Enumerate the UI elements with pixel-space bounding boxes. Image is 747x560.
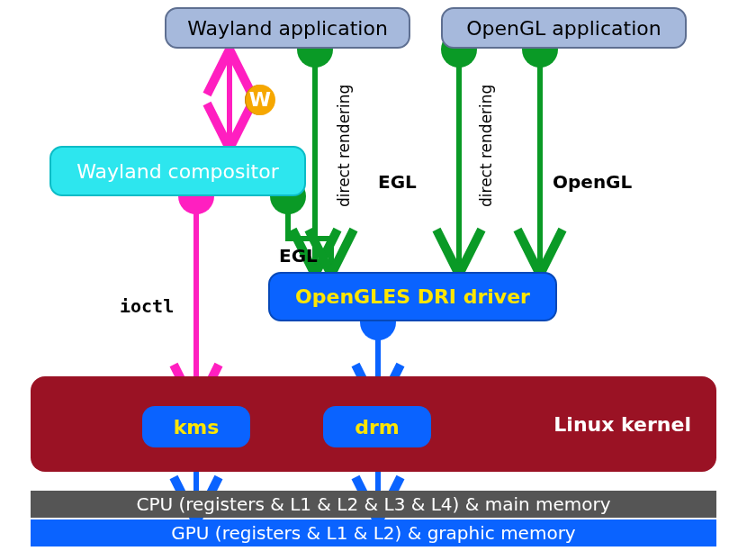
box-opengl-application: OpenGL application (441, 7, 687, 49)
label-egl-compositor: EGL (279, 245, 318, 266)
label-direct-rendering-right: direct rendering (477, 85, 495, 207)
label-direct-rendering-left: direct rendering (335, 85, 353, 207)
bar-gpu-memory: GPU (registers & L1 & L2) & graphic memo… (31, 519, 716, 546)
label-egl-middle: EGL (378, 171, 417, 193)
label-linux-kernel: Linux kernel (554, 413, 691, 436)
wayland-logo-icon: W (245, 85, 275, 115)
box-opengles-dri-driver: OpenGLES DRI driver (268, 272, 557, 321)
label-ioctl: ioctl (120, 295, 174, 317)
box-wayland-compositor: Wayland compositor (50, 146, 306, 196)
bar-cpu-memory: CPU (registers & L1 & L2 & L3 & L4) & ma… (31, 491, 716, 518)
box-kms: kms (142, 406, 250, 447)
box-drm: drm (323, 406, 431, 447)
label-opengl: OpenGL (553, 171, 632, 193)
box-wayland-application: Wayland application (165, 7, 410, 49)
